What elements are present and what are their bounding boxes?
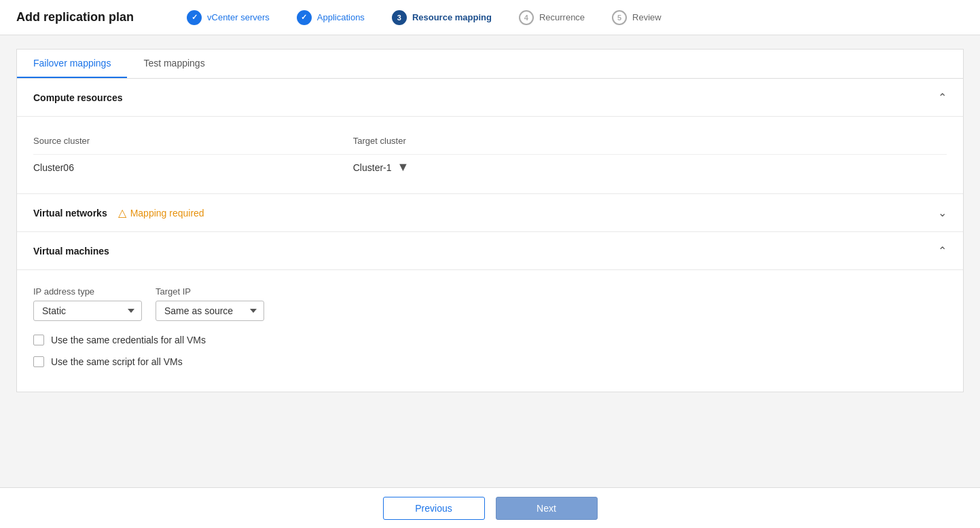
wizard-step-applications[interactable]: ✓ Applications [285, 10, 377, 25]
compute-resources-title: Compute resources [33, 92, 122, 103]
target-ip-label: Target IP [156, 286, 264, 297]
wizard-step-vcenter[interactable]: ✓ vCenter servers [175, 10, 282, 25]
step-label-resource-mapping: Resource mapping [412, 12, 492, 22]
cluster-header-row: Source cluster Target cluster [33, 130, 947, 154]
target-ip-select[interactable]: Same as source Custom [156, 301, 264, 321]
main-content: Failover mappings Test mappings Compute … [0, 35, 980, 487]
step-circle-review: 5 [612, 10, 627, 25]
vm-chevron-icon: ⌃ [938, 244, 947, 257]
cluster-data-row: Cluster06 Cluster-1 ▼ [33, 154, 947, 180]
credentials-checkbox-row[interactable]: Use the same credentials for all VMs [33, 335, 947, 345]
target-ip-group: Target IP Same as source Custom [156, 286, 264, 321]
step-circle-recurrence: 4 [519, 10, 534, 25]
target-cluster-header: Target cluster [353, 136, 947, 146]
wizard-step-resource-mapping[interactable]: 3 Resource mapping [380, 10, 504, 25]
virtual-machines-content: IP address type Static DHCP Target IP Sa… [17, 270, 963, 392]
step-label-vcenter: vCenter servers [207, 12, 270, 22]
wizard-steps: ✓ vCenter servers ✓ Applications 3 Resou… [175, 10, 674, 25]
compute-resources-content: Source cluster Target cluster Cluster06 … [17, 117, 963, 194]
credentials-checkbox-label: Use the same credentials for all VMs [51, 335, 206, 345]
tab-test-mappings[interactable]: Test mappings [127, 50, 221, 78]
warning-triangle-icon: △ [118, 206, 126, 219]
ip-address-type-select[interactable]: Static DHCP [33, 301, 142, 321]
vnet-left: Virtual networks △ Mapping required [33, 206, 204, 219]
vnet-chevron-icon: ⌄ [938, 206, 947, 219]
ip-address-type-group: IP address type Static DHCP [33, 286, 142, 321]
page-title: Add replication plan [16, 10, 134, 24]
step-circle-resource-mapping: 3 [392, 10, 407, 25]
mapping-required-badge: △ Mapping required [118, 206, 204, 219]
step-circle-vcenter: ✓ [187, 10, 202, 25]
step-label-recurrence: Recurrence [539, 12, 585, 22]
target-cluster-dropdown[interactable]: Cluster-1 ▼ [353, 160, 947, 174]
cluster-table: Source cluster Target cluster Cluster06 … [33, 130, 947, 180]
mapping-required-text: Mapping required [130, 208, 204, 219]
ip-address-type-label: IP address type [33, 286, 142, 297]
virtual-networks-title: Virtual networks [33, 208, 107, 219]
virtual-machines-title: Virtual machines [33, 246, 109, 257]
script-checkbox-row[interactable]: Use the same script for all VMs [33, 356, 947, 367]
wizard-step-review[interactable]: 5 Review [600, 10, 674, 25]
tabs: Failover mappings Test mappings [16, 49, 964, 78]
vm-form-row: IP address type Static DHCP Target IP Sa… [33, 286, 947, 321]
header: Add replication plan ✓ vCenter servers ✓… [0, 0, 980, 35]
compute-chevron-icon: ⌃ [938, 91, 947, 104]
wizard-step-recurrence[interactable]: 4 Recurrence [507, 10, 597, 25]
script-checkbox-label: Use the same script for all VMs [51, 356, 183, 367]
compute-resources-header[interactable]: Compute resources ⌃ [17, 79, 963, 117]
credentials-checkbox[interactable] [33, 335, 44, 345]
target-cluster-dropdown-arrow[interactable]: ▼ [397, 160, 410, 174]
step-circle-applications: ✓ [297, 10, 312, 25]
step-label-review: Review [632, 12, 661, 22]
virtual-networks-header[interactable]: Virtual networks △ Mapping required ⌄ [17, 194, 963, 232]
compute-resources-section: Compute resources ⌃ Source cluster Targe… [16, 78, 964, 392]
source-cluster-value: Cluster06 [33, 162, 353, 173]
source-cluster-header: Source cluster [33, 136, 353, 146]
target-cluster-value: Cluster-1 [353, 162, 392, 173]
script-checkbox[interactable] [33, 356, 44, 367]
virtual-machines-header[interactable]: Virtual machines ⌃ [17, 232, 963, 270]
step-label-applications: Applications [317, 12, 365, 22]
tab-failover-mappings[interactable]: Failover mappings [17, 50, 127, 78]
